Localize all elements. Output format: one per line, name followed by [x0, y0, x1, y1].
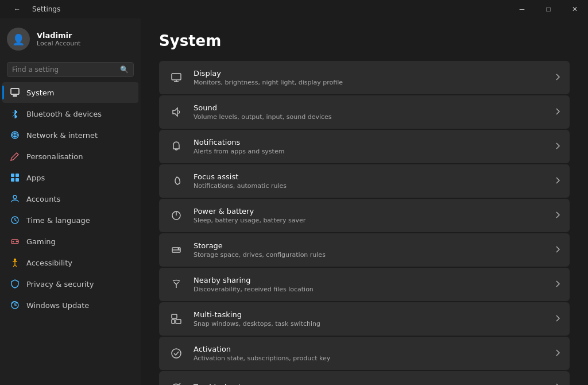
multitasking-settings-icon	[168, 311, 184, 327]
settings-item-activation[interactable]: ActivationActivation state, subscription…	[159, 337, 570, 370]
sidebar-item-personalisation[interactable]: Personalisation	[2, 146, 138, 167]
app-body: 👤 Vladimir Local Account 🔍 SystemBluetoo…	[0, 18, 588, 385]
settings-item-notifications[interactable]: NotificationsAlerts from apps and system	[159, 130, 570, 163]
sidebar-item-network[interactable]: Network & internet	[2, 125, 138, 145]
sidebar-item-update[interactable]: Windows Update	[2, 295, 138, 315]
svg-rect-25	[176, 319, 181, 324]
settings-item-sub-multitasking: Snap windows, desktops, task switching	[194, 320, 546, 328]
sidebar-item-label-time: Time & language	[26, 216, 90, 225]
svg-marker-18	[173, 108, 177, 116]
maximize-button[interactable]: □	[535, 0, 562, 18]
bluetooth-icon	[9, 108, 21, 120]
storage-settings-icon	[168, 242, 184, 258]
sidebar-item-label-accessibility: Accessibility	[26, 259, 72, 267]
sidebar-item-label-update: Windows Update	[26, 301, 89, 310]
titlebar: ← Settings ─ □ ✕	[0, 0, 588, 18]
chevron-right-icon-power	[555, 211, 560, 221]
settings-item-focus[interactable]: Focus assistNotifications, automatic rul…	[159, 164, 570, 198]
chevron-right-icon-focus	[555, 176, 560, 186]
settings-item-sub-activation: Activation state, subscriptions, product…	[194, 355, 546, 362]
sidebar-item-system[interactable]: System	[2, 82, 138, 103]
settings-item-nearby[interactable]: Nearby sharingDiscoverability, received …	[159, 268, 570, 301]
sidebar-item-label-personalisation: Personalisation	[26, 152, 83, 161]
settings-item-troubleshoot[interactable]: Troubleshoot	[159, 371, 570, 385]
accessibility-icon	[9, 257, 21, 268]
settings-list: DisplayMonitors, brightness, night light…	[159, 61, 570, 385]
svg-rect-26	[172, 319, 175, 324]
settings-item-text-storage: StorageStorage space, drives, configurat…	[194, 241, 546, 259]
settings-item-text-activation: ActivationActivation state, subscription…	[194, 345, 546, 362]
settings-item-title-focus: Focus assist	[194, 172, 546, 181]
sidebar-item-accounts[interactable]: Accounts	[2, 188, 138, 209]
settings-item-display[interactable]: DisplayMonitors, brightness, night light…	[159, 61, 570, 94]
svg-rect-7	[16, 178, 19, 182]
settings-item-storage[interactable]: StorageStorage space, drives, configurat…	[159, 233, 570, 267]
back-icon: ←	[14, 5, 21, 13]
search-icon: 🔍	[120, 66, 129, 74]
apps-icon	[9, 172, 21, 183]
sidebar-item-apps[interactable]: Apps	[2, 167, 138, 188]
svg-rect-17	[172, 74, 181, 80]
notifications-settings-icon	[168, 138, 184, 155]
chevron-right-icon-sound	[555, 107, 560, 117]
sidebar: 👤 Vladimir Local Account 🔍 SystemBluetoo…	[0, 18, 141, 385]
user-subtitle: Local Account	[37, 40, 80, 47]
sidebar-item-time[interactable]: Time & language	[2, 210, 138, 230]
settings-item-title-nearby: Nearby sharing	[194, 276, 546, 284]
display-settings-icon	[168, 70, 184, 86]
nearby-settings-icon	[168, 276, 184, 292]
settings-item-text-troubleshoot: Troubleshoot	[194, 383, 546, 386]
settings-item-title-display: Display	[194, 69, 546, 78]
maximize-icon: □	[546, 5, 550, 13]
minimize-button[interactable]: ─	[509, 0, 535, 18]
svg-point-14	[17, 241, 18, 242]
search-input[interactable]	[12, 66, 117, 74]
power-settings-icon	[168, 207, 184, 224]
sidebar-item-bluetooth[interactable]: Bluetooth & devices←	[2, 103, 138, 124]
svg-point-8	[13, 195, 17, 199]
settings-item-sound[interactable]: SoundVolume levels, output, input, sound…	[159, 95, 570, 129]
sidebar-item-privacy[interactable]: Privacy & security	[2, 274, 138, 294]
settings-item-text-notifications: NotificationsAlerts from apps and system	[194, 138, 546, 155]
focus-settings-icon	[168, 173, 184, 189]
settings-item-title-notifications: Notifications	[194, 138, 546, 147]
settings-item-power[interactable]: Power & batterySleep, battery usage, bat…	[159, 199, 570, 232]
close-icon: ✕	[572, 5, 578, 13]
settings-item-title-sound: Sound	[194, 103, 546, 112]
chevron-right-icon-multitasking	[555, 314, 560, 324]
settings-item-title-storage: Storage	[194, 241, 546, 250]
activation-settings-icon	[168, 345, 184, 361]
user-profile[interactable]: 👤 Vladimir Local Account	[0, 18, 141, 60]
settings-item-sub-power: Sleep, battery usage, battery saver	[194, 217, 546, 224]
sidebar-item-gaming[interactable]: Gaming	[2, 231, 138, 252]
sidebar-item-label-network: Network & internet	[26, 131, 98, 140]
settings-item-text-display: DisplayMonitors, brightness, night light…	[194, 69, 546, 86]
sidebar-item-label-system: System	[26, 88, 54, 97]
sidebar-item-label-bluetooth: Bluetooth & devices	[26, 110, 102, 118]
back-button[interactable]: ←	[7, 0, 28, 18]
svg-rect-6	[11, 178, 14, 182]
search-container: 🔍	[0, 60, 141, 82]
chevron-right-icon-nearby	[555, 280, 560, 290]
settings-item-title-power: Power & battery	[194, 207, 546, 215]
chevron-right-icon-display	[555, 73, 560, 83]
troubleshoot-settings-icon	[168, 379, 184, 385]
settings-item-multitasking[interactable]: Multi-taskingSnap windows, desktops, tas…	[159, 302, 570, 336]
chevron-right-icon-troubleshoot	[555, 383, 560, 386]
titlebar-title: Settings	[32, 5, 60, 13]
gaming-icon	[9, 236, 21, 247]
svg-rect-0	[11, 88, 19, 94]
sidebar-item-accessibility[interactable]: Accessibility	[2, 252, 138, 273]
avatar-icon: 👤	[12, 33, 25, 45]
settings-item-text-nearby: Nearby sharingDiscoverability, received …	[194, 276, 546, 293]
content-area: System DisplayMonitors, brightness, nigh…	[141, 18, 588, 385]
settings-item-title-multitasking: Multi-tasking	[194, 310, 546, 319]
personalisation-icon	[9, 151, 21, 162]
svg-point-15	[14, 259, 16, 261]
chevron-right-icon-notifications	[555, 142, 560, 152]
search-box[interactable]: 🔍	[7, 62, 134, 77]
svg-rect-24	[172, 314, 177, 318]
settings-item-sub-nearby: Discoverability, received files location	[194, 286, 546, 293]
close-button[interactable]: ✕	[562, 0, 588, 18]
settings-item-text-power: Power & batterySleep, battery usage, bat…	[194, 207, 546, 224]
